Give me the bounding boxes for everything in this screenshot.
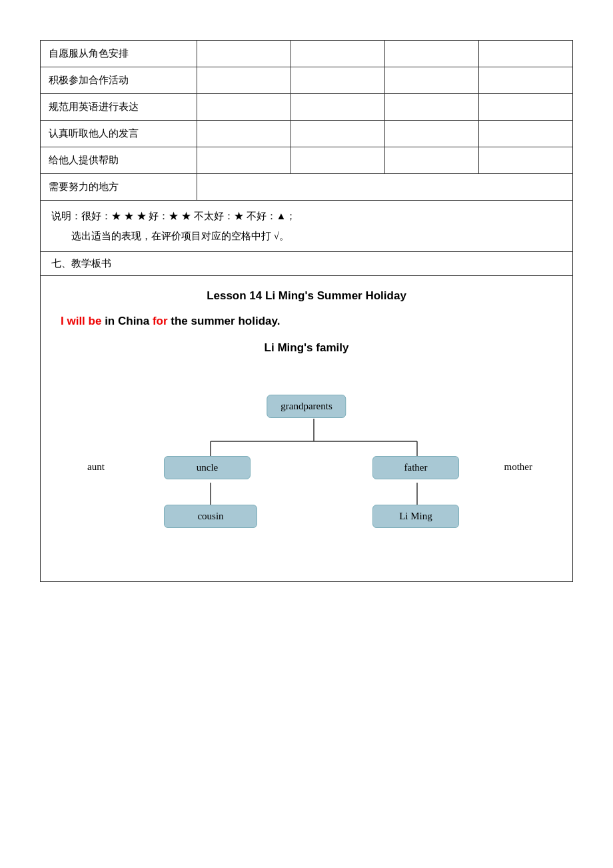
eval-cell <box>291 147 385 174</box>
eval-label: 规范用英语进行表达 <box>41 94 197 121</box>
eval-cell <box>385 67 479 94</box>
mother-node: mother <box>498 456 540 478</box>
section-header: 七、教学板书 <box>40 252 573 276</box>
li-ming-node: Li Ming <box>372 505 459 528</box>
eval-cell <box>197 121 291 147</box>
eval-cell <box>291 67 385 94</box>
eval-cell <box>291 94 385 121</box>
table-row: 积极参加合作活动 <box>41 67 573 94</box>
eval-cell <box>291 121 385 147</box>
eval-cell <box>479 41 573 67</box>
uncle-node: uncle <box>164 456 251 479</box>
eval-label: 需要努力的地方 <box>41 174 197 201</box>
blackboard-section: Lesson 14 Li Ming's Summer Holiday I wil… <box>40 276 573 582</box>
eval-cell <box>197 147 291 174</box>
sentence-part4: the summer holiday. <box>171 315 280 327</box>
family-title: Li Ming's family <box>54 341 559 355</box>
sentence-line: I will be in China for the summer holida… <box>54 315 559 328</box>
sentence-part1: I will be <box>61 315 101 327</box>
eval-cell-wide <box>197 174 573 201</box>
eval-cell <box>291 41 385 67</box>
legend-section: 说明：很好：★ ★ ★ 好：★ ★ 不太好：★ 不好：▲； 选出适当的表现，在评… <box>40 201 573 252</box>
sentence-part3: for <box>153 315 168 327</box>
aunt-node: aunt <box>81 456 111 478</box>
legend-line2: 选出适当的表现，在评价项目对应的空格中打 √。 <box>51 226 562 246</box>
table-row: 自愿服从角色安排 <box>41 41 573 67</box>
table-row: 给他人提供帮助 <box>41 147 573 174</box>
eval-cell <box>197 41 291 67</box>
eval-cell <box>385 41 479 67</box>
eval-cell <box>197 94 291 121</box>
legend-line1: 说明：很好：★ ★ ★ 好：★ ★ 不太好：★ 不好：▲； <box>51 206 562 226</box>
table-row: 规范用英语进行表达 <box>41 94 573 121</box>
sentence-part2: in China <box>105 315 153 327</box>
eval-cell <box>479 94 573 121</box>
blackboard-title: Lesson 14 Li Ming's Summer Holiday <box>54 289 559 303</box>
father-node: father <box>372 456 459 479</box>
eval-cell <box>385 147 479 174</box>
eval-cell <box>385 94 479 121</box>
family-tree: grandparents aunt uncle father <box>54 375 559 561</box>
eval-table: 自愿服从角色安排 积极参加合作活动 规范用英语进行表达 <box>40 40 573 201</box>
table-row: 认真听取他人的发言 <box>41 121 573 147</box>
grandparents-node: grandparents <box>267 395 346 418</box>
eval-label: 认真听取他人的发言 <box>41 121 197 147</box>
eval-cell <box>479 147 573 174</box>
eval-label: 给他人提供帮助 <box>41 147 197 174</box>
eval-cell <box>197 67 291 94</box>
cousin-node: cousin <box>164 505 257 528</box>
eval-cell <box>385 121 479 147</box>
table-row: 需要努力的地方 <box>41 174 573 201</box>
eval-label: 自愿服从角色安排 <box>41 41 197 67</box>
eval-label: 积极参加合作活动 <box>41 67 197 94</box>
eval-cell <box>479 67 573 94</box>
eval-cell <box>479 121 573 147</box>
